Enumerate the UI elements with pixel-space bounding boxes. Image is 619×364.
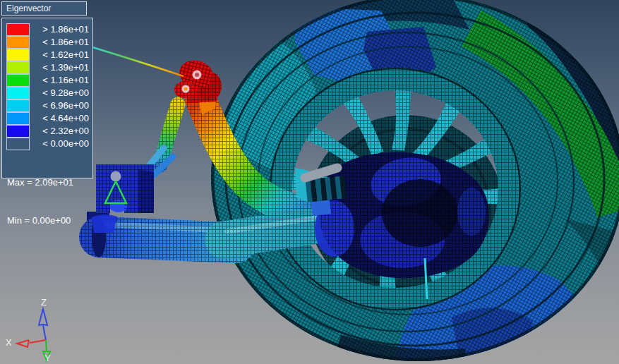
legend-swatch <box>6 23 30 36</box>
tube-cap-patch <box>92 214 117 233</box>
legend-threshold-label: < 1.39e+01 <box>30 61 89 74</box>
bracket-mesh <box>96 164 154 213</box>
legend-threshold-label: < 0.00e+00 <box>30 138 89 150</box>
y-axis-label: Y <box>44 353 51 363</box>
z-axis <box>43 325 46 340</box>
y-axis <box>46 340 47 351</box>
hub-mesh-overlay <box>319 152 489 278</box>
legend-swatch <box>6 112 30 125</box>
x-axis <box>30 340 46 343</box>
legend-entry: < 9.28e+00 <box>6 87 89 99</box>
legend-entry: < 6.96e+00 <box>6 99 89 112</box>
legend-swatch <box>6 99 30 112</box>
legend-entry: < 0.00e+00 <box>6 138 89 150</box>
x-axis-arrow <box>17 340 29 347</box>
legend-entries: > 1.86e+01< 1.86e+01< 1.62e+01< 1.39e+01… <box>6 23 89 150</box>
legend-swatch <box>6 125 30 138</box>
legend-max: Max = 2.09e+01 <box>7 176 73 189</box>
legend-threshold-label: < 2.32e+00 <box>30 125 89 138</box>
legend-title: Eigenvector <box>6 4 51 13</box>
model-viewport[interactable]: Z X Y Eigenvector > 1.86e+01< 1.86e+01< … <box>0 0 619 364</box>
legend-swatch <box>6 49 30 61</box>
knuckle-bore-center <box>184 87 188 91</box>
legend-threshold-label: > 1.86e+01 <box>30 23 89 36</box>
legend-entry: > 1.86e+01 <box>6 23 89 36</box>
legend-swatch <box>6 74 30 87</box>
knuckle-bore-center <box>195 73 199 77</box>
legend-stats: Max = 2.09e+01 Min = 0.00e+00 <box>7 151 73 253</box>
legend-min: Min = 0.00e+00 <box>7 214 73 227</box>
z-axis-label: Z <box>41 297 47 308</box>
legend-entry: < 1.86e+01 <box>6 36 89 49</box>
legend-panel[interactable]: > 1.86e+01< 1.86e+01< 1.62e+01< 1.39e+01… <box>1 18 93 178</box>
legend-threshold-label: < 9.28e+00 <box>30 87 89 99</box>
legend-entry: < 2.32e+00 <box>6 125 89 138</box>
legend-entry: < 4.64e+00 <box>6 112 89 125</box>
z-axis-arrow <box>39 309 47 325</box>
x-axis-label: X <box>6 337 12 348</box>
legend-threshold-label: < 1.86e+01 <box>30 36 89 49</box>
legend-entry: < 1.62e+01 <box>6 49 89 61</box>
spring-element-line <box>90 47 184 76</box>
legend-threshold-label: < 6.96e+00 <box>30 99 89 112</box>
legend-swatch <box>6 87 30 99</box>
legend-swatch <box>6 138 30 150</box>
legend-entry: < 1.39e+01 <box>6 61 89 74</box>
axis-triad: Z X Y <box>6 297 51 363</box>
legend-threshold-label: < 1.16e+01 <box>30 74 89 87</box>
legend-threshold-label: < 4.64e+00 <box>30 112 89 125</box>
caliper-block <box>311 200 331 216</box>
legend-threshold-label: < 1.62e+01 <box>30 49 89 61</box>
legend-entry: < 1.16e+01 <box>6 74 89 87</box>
legend-title-box[interactable]: Eigenvector <box>1 1 87 16</box>
legend-swatch <box>6 36 30 49</box>
legend-swatch <box>6 61 30 74</box>
